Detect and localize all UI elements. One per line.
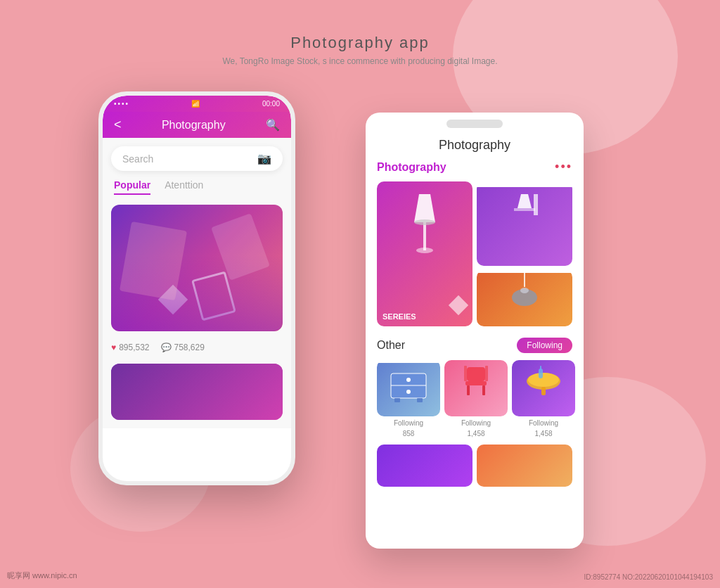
status-time: 00:00 bbox=[262, 100, 280, 108]
bottom-preview-image bbox=[111, 364, 283, 420]
bottom-tiles bbox=[377, 445, 572, 487]
tabs-row: Popular Atenttion bbox=[111, 179, 283, 195]
svg-rect-25 bbox=[539, 369, 543, 378]
tab-attention[interactable]: Atenttion bbox=[165, 179, 203, 195]
likes-count: 895,532 bbox=[119, 343, 149, 352]
pendant-lamp-svg bbox=[507, 273, 542, 315]
back-button[interactable]: < bbox=[114, 117, 122, 132]
signal-dots: •••• bbox=[114, 100, 129, 108]
wall-lamp-svg bbox=[507, 187, 542, 229]
phone2-body: Photography ••• SEREIES bbox=[366, 160, 584, 487]
item-count-2: 1,458 bbox=[467, 430, 484, 437]
svg-point-3 bbox=[414, 219, 435, 225]
comments-count: 758,629 bbox=[174, 343, 205, 352]
item-count-1: 858 bbox=[403, 430, 415, 437]
svg-rect-21 bbox=[485, 366, 488, 381]
bottom-tile-purple bbox=[377, 445, 472, 487]
svg-rect-16 bbox=[467, 367, 485, 381]
item-count-3: 1,458 bbox=[534, 430, 552, 437]
svg-point-13 bbox=[406, 390, 411, 394]
following-button[interactable]: Following bbox=[517, 338, 572, 353]
item-card-2[interactable]: Following 1,458 bbox=[444, 360, 508, 437]
heart-icon: ♥ bbox=[111, 343, 116, 352]
item-label-3: Following bbox=[529, 419, 558, 427]
svg-rect-18 bbox=[467, 385, 470, 395]
wifi-icon: 📶 bbox=[191, 100, 200, 108]
section1-dots[interactable]: ••• bbox=[555, 160, 572, 174]
camera-icon[interactable]: 📷 bbox=[257, 152, 271, 165]
table-svg bbox=[519, 360, 568, 402]
phone2-top-bar bbox=[446, 120, 503, 128]
section2-title: Other bbox=[377, 339, 405, 352]
item-label-1: Following bbox=[394, 419, 423, 427]
svg-rect-26 bbox=[540, 366, 541, 370]
svg-marker-2 bbox=[414, 194, 435, 222]
item-img-3 bbox=[512, 360, 575, 416]
id-info: ID:8952774 NO:20220620101044194103 bbox=[584, 573, 714, 581]
item-card-1[interactable]: Following 858 bbox=[377, 360, 440, 437]
nav-title: Photography bbox=[162, 119, 226, 132]
item-card-3[interactable]: Following 1,458 bbox=[512, 360, 575, 437]
stats-row: ♥ 895,532 💬 758,629 bbox=[111, 340, 283, 355]
photo-grid: SEREIES bbox=[377, 181, 572, 326]
page-subtitle: We, TongRo Image Stock, s ince commence … bbox=[222, 56, 497, 66]
svg-rect-20 bbox=[464, 366, 467, 381]
photo-cell-wall-lamp[interactable] bbox=[477, 181, 572, 266]
comment-icon: 💬 bbox=[161, 343, 172, 352]
watermark: 昵享网 www.nipic.cn bbox=[7, 570, 77, 581]
svg-rect-17 bbox=[465, 381, 487, 385]
phone1-body: Search 📷 Popular Atenttion ♥ bbox=[103, 138, 291, 428]
item-label-2: Following bbox=[461, 419, 491, 427]
comments-stat: 💬 758,629 bbox=[161, 343, 205, 352]
svg-point-23 bbox=[528, 373, 559, 387]
svg-rect-14 bbox=[394, 398, 400, 402]
section1-title: Photography bbox=[377, 161, 446, 174]
item-img-2 bbox=[444, 360, 508, 416]
chair-svg bbox=[451, 360, 501, 402]
svg-rect-6 bbox=[514, 208, 535, 211]
svg-point-1 bbox=[416, 248, 433, 253]
search-icon[interactable]: 🔍 bbox=[266, 118, 280, 132]
search-bar[interactable]: Search 📷 bbox=[111, 146, 283, 171]
items-grid: Following 858 bbox=[377, 360, 572, 437]
photo-cell-pendant-lamp[interactable] bbox=[477, 270, 572, 326]
photo-cell-lamp[interactable]: SEREIES bbox=[377, 181, 472, 326]
series-label: SEREIES bbox=[382, 312, 416, 321]
phone1-navbar: < Photography 🔍 bbox=[103, 112, 291, 138]
svg-rect-19 bbox=[482, 385, 485, 395]
svg-rect-0 bbox=[423, 222, 426, 250]
phone1-device: •••• 📶 00:00 < Photography 🔍 Search 📷 Po… bbox=[98, 91, 295, 485]
phone1-status-bar: •••• 📶 00:00 bbox=[103, 96, 291, 112]
section1-header: Photography ••• bbox=[377, 160, 572, 174]
dresser-svg bbox=[384, 363, 433, 405]
svg-point-12 bbox=[406, 378, 411, 382]
watermark-text: 昵享网 www.nipic.cn bbox=[7, 571, 77, 580]
svg-marker-5 bbox=[518, 194, 532, 208]
phone2-title: Photography bbox=[366, 128, 584, 160]
search-placeholder: Search bbox=[122, 153, 153, 165]
likes-stat: ♥ 895,532 bbox=[111, 343, 150, 352]
page-title: Photography app bbox=[290, 34, 430, 52]
featured-image bbox=[111, 205, 283, 331]
svg-rect-24 bbox=[541, 387, 546, 395]
item-img-1 bbox=[377, 360, 440, 416]
lamp-svg bbox=[404, 187, 446, 257]
tab-popular[interactable]: Popular bbox=[114, 179, 150, 195]
bottom-tile-orange bbox=[477, 445, 572, 487]
phone2-device: Photography Photography ••• bbox=[366, 113, 584, 549]
svg-rect-15 bbox=[417, 398, 423, 402]
svg-rect-4 bbox=[534, 194, 538, 215]
svg-point-9 bbox=[520, 288, 529, 293]
section2-header: Other Following bbox=[377, 338, 572, 353]
